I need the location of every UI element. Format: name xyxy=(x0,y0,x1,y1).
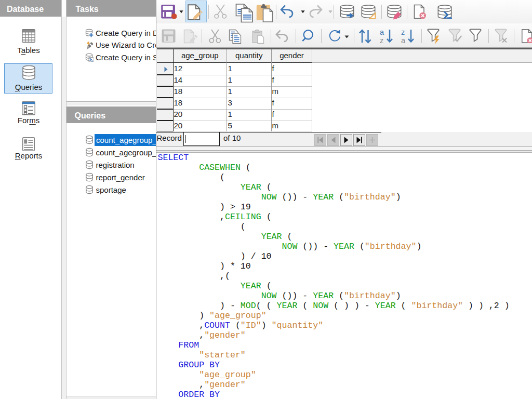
svg-text:z: z xyxy=(380,36,383,45)
svg-text:a: a xyxy=(401,36,406,45)
svg-text:z: z xyxy=(401,28,405,36)
svg-text:a: a xyxy=(380,28,384,36)
